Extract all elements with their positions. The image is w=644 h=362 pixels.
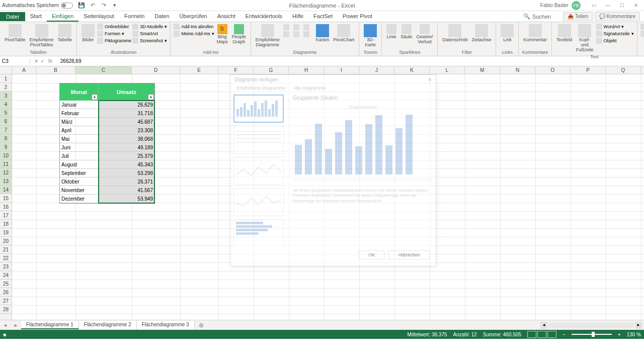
row-header[interactable]: 2 [0, 83, 12, 92]
cancel-button[interactable]: Abbrechen [388, 250, 430, 259]
row-header[interactable]: 21 [0, 245, 12, 254]
ribbon-tab[interactable]: Start [25, 12, 47, 22]
toggle-switch[interactable] [61, 3, 73, 9]
close-icon[interactable]: ✕ [630, 2, 642, 10]
cell-revenue[interactable]: 26.629 [99, 101, 154, 109]
3d-map-button[interactable]: 3D- Karte [362, 23, 378, 49]
row-header[interactable]: 24 [0, 271, 12, 280]
ribbon-tab[interactable]: Formeln [119, 12, 149, 22]
auto-save-toggle[interactable]: Automatisches Speichern [2, 3, 73, 9]
search-label[interactable]: Suchen [532, 14, 551, 20]
smartart-button[interactable]: SmartArt [132, 30, 167, 37]
cell-month[interactable]: Juni [60, 143, 99, 152]
row-header[interactable]: 7 [0, 126, 12, 134]
column-header[interactable]: J [359, 66, 394, 74]
pivottable-button[interactable]: PivotTable [3, 23, 27, 44]
sheet-tab[interactable]: Flächendiagramme 1 [21, 321, 79, 329]
chart-thumbnail[interactable] [233, 188, 284, 216]
cell-revenue[interactable]: 45.687 [99, 118, 154, 126]
view-normal-icon[interactable] [527, 331, 536, 338]
chart-type-icon[interactable] [283, 24, 289, 30]
zoom-out-icon[interactable]: − [562, 332, 566, 337]
cell-revenue[interactable]: 41.567 [99, 186, 154, 195]
row-header[interactable]: 12 [0, 168, 12, 177]
view-layout-icon[interactable] [537, 331, 546, 338]
row-header[interactable]: 16 [0, 203, 12, 211]
row-header[interactable]: 19 [0, 228, 12, 237]
timeline-button[interactable]: Zeitachse [470, 23, 493, 44]
sparkline-line-button[interactable]: Linie [385, 23, 398, 41]
pivotchart-button[interactable]: PivotChart [332, 23, 356, 44]
symbol-button[interactable]: Symbol [640, 30, 644, 37]
row-header[interactable]: 1 [0, 74, 12, 83]
cancel-formula-icon[interactable]: ✕ [34, 58, 38, 64]
column-header[interactable]: I [324, 66, 359, 74]
table-button[interactable]: Tabelle [56, 23, 74, 44]
dialog-tab-all[interactable]: Alle Diagramme [291, 84, 328, 92]
row-header[interactable]: 5 [0, 109, 12, 117]
column-header[interactable]: L [430, 66, 465, 74]
row-header[interactable]: 26 [0, 288, 12, 297]
cell-revenue[interactable]: 26.371 [99, 177, 154, 186]
chart-type-icon[interactable] [303, 31, 309, 37]
cell-month[interactable]: August [60, 160, 99, 169]
user-avatar[interactable]: FB [572, 1, 581, 10]
row-header[interactable]: 11 [0, 160, 12, 168]
cell-month[interactable]: Juli [60, 152, 99, 160]
filter-dropdown-icon[interactable]: ▼ [148, 94, 154, 100]
row-header[interactable]: 28 [0, 305, 12, 314]
table-header-revenue[interactable]: Umsatz ▼ [99, 83, 154, 101]
cell-revenue[interactable]: 25.379 [99, 152, 154, 160]
column-header[interactable]: E [180, 66, 218, 74]
link-button[interactable]: Link [499, 23, 515, 44]
ribbon-tab[interactable]: FactSet [308, 12, 338, 22]
row-header[interactable]: 14 [0, 186, 12, 194]
column-header[interactable]: M [465, 66, 500, 74]
cell-revenue[interactable]: 53.949 [99, 195, 154, 203]
cell-revenue[interactable]: 45.343 [99, 160, 154, 169]
row-header[interactable]: 23 [0, 262, 12, 271]
cell-revenue[interactable]: 53.298 [99, 169, 154, 177]
ribbon-tab[interactable]: Power Pivot [338, 12, 377, 22]
row-header[interactable]: 17 [0, 211, 12, 220]
row-header[interactable]: 9 [0, 143, 12, 151]
people-graph-button[interactable]: People Graph [230, 23, 248, 46]
cell-month[interactable]: Dezember [60, 195, 99, 203]
sheet-nav-next-icon[interactable]: ► [11, 323, 21, 328]
search-icon[interactable]: 🔍 [523, 13, 530, 20]
ok-button[interactable]: OK [359, 250, 384, 259]
textbox-button[interactable]: Textfeld [555, 23, 574, 44]
slicer-button[interactable]: Datenschnitt [441, 23, 469, 44]
redo-icon[interactable]: ↷ [100, 2, 107, 9]
sheet-tab[interactable]: Flächendiagramme 3 [137, 321, 195, 329]
row-header[interactable]: 15 [0, 194, 12, 203]
hscroll-left-icon[interactable]: ◄ [540, 322, 547, 329]
minimize-icon[interactable]: — [602, 2, 614, 10]
column-header[interactable]: O [535, 66, 571, 74]
wordart-button[interactable]: WordArt ▾ [596, 23, 634, 30]
formula-input[interactable]: 26628,69 [58, 58, 644, 64]
share-button[interactable]: 📤 Teilen [563, 12, 593, 21]
screenshot-button[interactable]: Screenshot ▾ [132, 37, 167, 44]
ribbon-tab[interactable]: Seitenlayout [78, 12, 119, 22]
save-icon[interactable]: 💾 [78, 2, 85, 9]
ribbon-options-icon[interactable]: ▭ [588, 2, 600, 10]
zoom-in-icon[interactable]: + [618, 332, 621, 337]
column-header[interactable]: P [571, 66, 606, 74]
filter-dropdown-icon[interactable]: ▼ [92, 94, 98, 100]
confirm-formula-icon[interactable]: ✓ [40, 58, 44, 64]
dialog-tab-recommended[interactable]: Empfohlene Diagramme [234, 84, 287, 92]
chart-thumbnail[interactable] [233, 157, 284, 185]
chart-thumbnail[interactable] [233, 126, 284, 154]
row-header[interactable]: 25 [0, 280, 12, 288]
hscroll-right-icon[interactable]: ► [635, 322, 642, 329]
column-header[interactable]: B [36, 66, 75, 74]
column-header[interactable]: K [394, 66, 430, 74]
maps-button[interactable]: Karten [314, 23, 331, 44]
my-addins-button[interactable]: Meine Add-Ins ▾ [174, 30, 214, 37]
sparkline-column-button[interactable]: Säule [399, 23, 414, 41]
cell-revenue[interactable]: 49.189 [99, 143, 154, 152]
fx-icon[interactable]: fx [46, 58, 54, 64]
ribbon-tab[interactable]: Daten [149, 12, 174, 22]
hscroll-track[interactable] [548, 322, 634, 328]
